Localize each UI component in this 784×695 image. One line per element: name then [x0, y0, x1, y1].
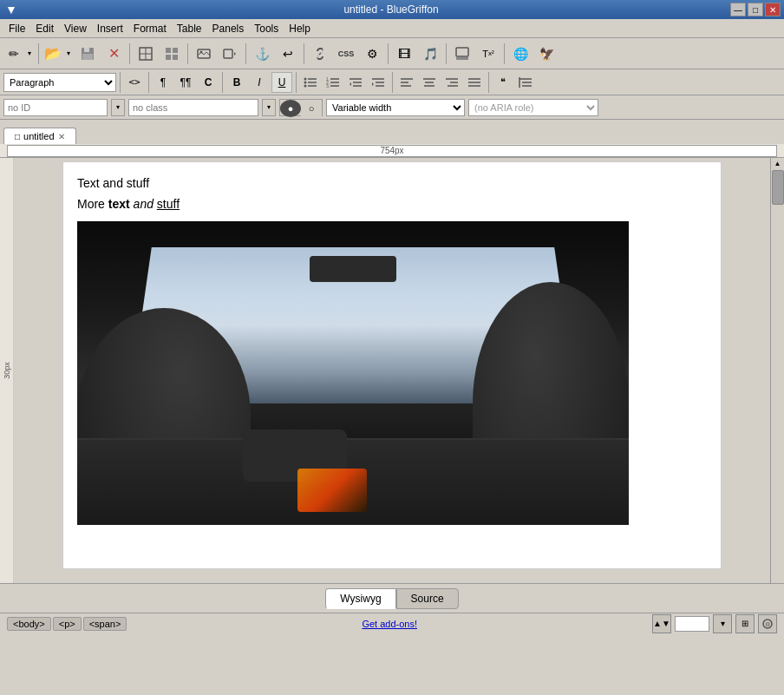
menu-edit[interactable]: Edit: [30, 21, 59, 36]
pilcrow-button[interactable]: ¶: [153, 72, 173, 93]
svg-rect-9: [173, 55, 178, 60]
toolbar2: Paragraph <> ¶ ¶¶ C B I U 1.2.3. ❝: [0, 69, 784, 95]
publish-button[interactable]: [450, 42, 474, 66]
zoom-input[interactable]: 100%: [675, 616, 709, 632]
edit-button[interactable]: ✏: [3, 42, 24, 66]
element-class-input[interactable]: [128, 99, 258, 116]
film-button[interactable]: 🎞: [392, 42, 416, 66]
browser-button[interactable]: 🌐: [508, 42, 532, 66]
close-doc-button[interactable]: ✕: [101, 42, 126, 66]
ordered-list-button[interactable]: 1.2.3.: [323, 72, 343, 93]
width-indicator: 754px: [7, 145, 777, 157]
document-tab[interactable]: □ untitled ✕: [3, 128, 76, 144]
text-line2[interactable]: More text and stuff: [77, 197, 707, 211]
tab-close-button[interactable]: ✕: [58, 132, 65, 141]
scroll-thumb[interactable]: [772, 170, 784, 205]
menu-insert[interactable]: Insert: [92, 21, 128, 36]
right-scrollbar[interactable]: ▲: [770, 158, 784, 583]
id-dropdown-button[interactable]: ▾: [111, 99, 125, 116]
bold-button[interactable]: B: [226, 72, 247, 93]
separator3: [187, 43, 188, 64]
zoom-dropdown-button[interactable]: ▾: [713, 614, 732, 633]
align-right-button[interactable]: [441, 72, 462, 93]
statusbar: <body> <p> <span> Get add-ons! ▲▼ 100% ▾…: [0, 613, 784, 633]
zoom-reset-button[interactable]: ⚙: [758, 614, 777, 633]
zoom-decrease-button[interactable]: ▲▼: [652, 614, 671, 633]
close-button[interactable]: ✕: [765, 3, 781, 16]
settings-button[interactable]: ⚙: [360, 42, 384, 66]
separator-fmt1: [120, 72, 121, 93]
menu-file[interactable]: File: [3, 21, 30, 36]
double-pilcrow-button[interactable]: ¶¶: [175, 72, 196, 93]
audio-button[interactable]: 🎵: [418, 42, 442, 66]
menu-panels[interactable]: Panels: [207, 21, 250, 36]
image-button[interactable]: [192, 42, 216, 66]
outdent-button[interactable]: [345, 72, 366, 93]
justify-button[interactable]: [464, 72, 485, 93]
maximize-button[interactable]: □: [748, 3, 763, 16]
indent2-button[interactable]: [515, 72, 536, 93]
class-dropdown-button[interactable]: ▾: [262, 99, 276, 116]
video-button[interactable]: [218, 42, 242, 66]
underline-button[interactable]: U: [271, 72, 292, 93]
inline-toggle[interactable]: ●: [280, 100, 301, 117]
addon-link[interactable]: Get add-ons!: [362, 619, 417, 629]
left-ruler-label: 30px: [3, 362, 11, 379]
blockquote-button[interactable]: ❝: [493, 72, 513, 93]
breadcrumb-p[interactable]: <p>: [53, 617, 82, 631]
text-more-prefix: More: [77, 197, 108, 211]
anchor-button[interactable]: ⚓: [250, 42, 274, 66]
code-view-button[interactable]: <>: [124, 72, 145, 93]
superscript-button[interactable]: Tx²: [476, 42, 500, 66]
source-tab[interactable]: Source: [396, 588, 459, 609]
minimize-button[interactable]: —: [730, 3, 746, 16]
breadcrumb-span[interactable]: <span>: [83, 617, 127, 631]
grid-view-button[interactable]: [160, 42, 184, 66]
menu-view[interactable]: View: [59, 21, 92, 36]
editor-area[interactable]: Text and stuff More text and stuff: [14, 158, 770, 583]
menu-format[interactable]: Format: [128, 21, 172, 36]
indent-button[interactable]: [368, 72, 389, 93]
zoom-fit-button[interactable]: ⊞: [735, 614, 755, 633]
italic-button[interactable]: I: [249, 72, 270, 93]
undo-button[interactable]: ↩: [276, 42, 300, 66]
menu-tools[interactable]: Tools: [249, 21, 284, 36]
aria-role-select[interactable]: (no ARIA role): [468, 99, 598, 116]
css-button[interactable]: CSS: [334, 42, 358, 66]
scroll-up-button[interactable]: ▲: [773, 158, 783, 169]
separator-fmt6: [488, 72, 489, 93]
link-button[interactable]: [308, 42, 332, 66]
separator7: [446, 43, 447, 64]
menubar: File Edit View Insert Format Table Panel…: [0, 19, 784, 38]
width-select[interactable]: Variable width Fixed width: [326, 99, 465, 116]
svg-point-21: [304, 84, 307, 87]
element-id-input[interactable]: [3, 99, 108, 116]
menu-help[interactable]: Help: [284, 21, 316, 36]
text-italic: and: [130, 197, 157, 211]
open-arrow[interactable]: ▾: [63, 42, 74, 66]
unordered-list-button[interactable]: [300, 72, 321, 93]
separator4: [245, 43, 246, 64]
paragraph-select[interactable]: Paragraph: [3, 73, 116, 92]
extension-button[interactable]: 🦅: [534, 42, 559, 66]
align-left-button[interactable]: [396, 72, 417, 93]
edit-arrow[interactable]: ▾: [24, 42, 35, 66]
block-toggle[interactable]: ○: [301, 100, 322, 117]
svg-rect-7: [173, 48, 178, 53]
svg-rect-12: [224, 49, 232, 58]
page-content[interactable]: Text and stuff More text and stuff: [62, 161, 722, 569]
menu-table[interactable]: Table: [172, 21, 207, 36]
align-center-button[interactable]: [419, 72, 440, 93]
titlebar: ▼ untitled - BlueGriffon — □ ✕: [0, 0, 784, 19]
svg-rect-1: [84, 48, 89, 52]
save-button[interactable]: [75, 42, 100, 66]
app-logo-icon: ▼: [5, 3, 17, 16]
svg-marker-13: [234, 52, 236, 56]
wysiwyg-tab[interactable]: Wysiwyg: [325, 588, 395, 609]
table-insert-button[interactable]: [134, 42, 158, 66]
breadcrumb-body[interactable]: <body>: [7, 617, 51, 631]
open-button[interactable]: 📂: [42, 42, 63, 66]
svg-rect-15: [456, 48, 468, 56]
text-line1[interactable]: Text and stuff: [77, 176, 707, 190]
clear-format-button[interactable]: C: [198, 72, 219, 93]
